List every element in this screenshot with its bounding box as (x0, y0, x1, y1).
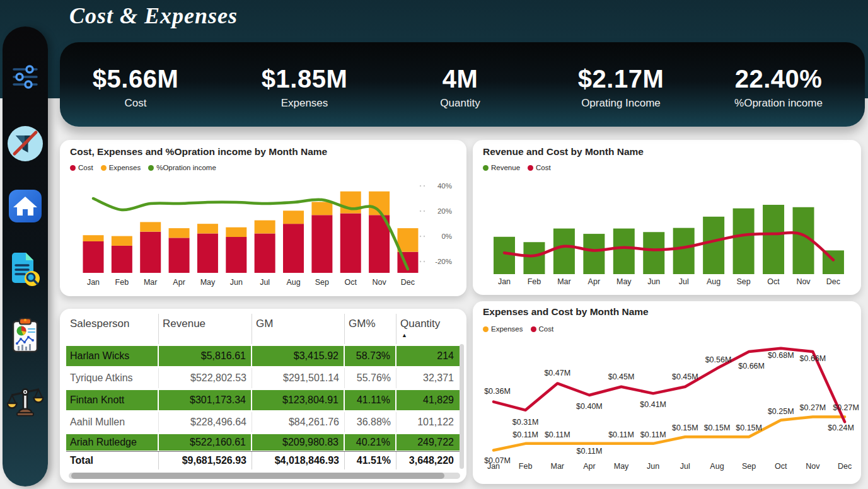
svg-text:$0.15M: $0.15M (672, 423, 698, 432)
cost-expenses-pct-chart-canvas[interactable]: JanFebMarAprMayJunJulAugSepOctNovDec40%2… (60, 140, 466, 296)
svg-text:$0.07M: $0.07M (484, 456, 511, 465)
table-cell: 41.11% (345, 390, 396, 410)
dashboard-page: Cost & Expenses (0, 0, 868, 489)
kpi-expenses[interactable]: $1.85M Expenses (262, 42, 347, 129)
column-header-gm[interactable]: GM% (345, 314, 396, 344)
table-row[interactable]: Tyrique Atkins$522,802.53$291,501.1455.7… (66, 368, 460, 388)
table-cell: Aahil Mullen (66, 412, 159, 432)
table-row[interactable]: Ariah Rutledge$522,160.61$209,980.8340.2… (66, 434, 460, 451)
table-cell: $84,261.76 (252, 412, 345, 432)
table-cell: Ariah Rutledge (66, 434, 159, 451)
svg-text:Aug: Aug (707, 277, 720, 286)
table-row[interactable]: Aahil Mullen$228,496.64$84,261.7636.88%1… (66, 412, 460, 432)
svg-text:$0.27M: $0.27M (833, 403, 859, 412)
svg-text:Mar: Mar (551, 462, 565, 471)
column-header-quantity[interactable]: Quantity▲ (396, 314, 459, 344)
kpi-operating-income-pct[interactable]: 22.40% %Opration income (734, 42, 823, 129)
svg-text:Sep: Sep (736, 277, 750, 286)
svg-text:Nov: Nov (796, 277, 811, 286)
balance-scale-icon[interactable] (7, 381, 43, 417)
kpi-label: Oprating Income (581, 97, 661, 110)
svg-text:$0.24M: $0.24M (828, 423, 854, 432)
svg-text:Dec: Dec (826, 277, 840, 286)
table-cell: Tyrique Atkins (66, 368, 159, 388)
column-header-salesperson[interactable]: Salesperson (66, 314, 159, 344)
revenue-cost-chart-canvas[interactable]: JanFebMarAprMayJunJulAugSepOctNovDec (473, 140, 861, 295)
svg-text:Apr: Apr (173, 278, 185, 287)
table-horizontal-scrollbar-track[interactable] (69, 473, 460, 479)
document-search-icon[interactable] (9, 251, 41, 288)
table-total-cell: Total (66, 452, 159, 469)
home-icon[interactable] (8, 189, 42, 223)
table-row[interactable]: Harlan Wicks$5,816.61$3,415.9258.73%214 (66, 346, 460, 366)
svg-text:$0.36M: $0.36M (484, 387, 511, 396)
svg-text:$0.68M: $0.68M (768, 351, 794, 360)
svg-text:$0.40M: $0.40M (576, 402, 603, 411)
svg-text:Jul: Jul (680, 462, 690, 471)
clipboard-chart-icon[interactable] (11, 318, 40, 354)
sort-ascending-icon: ▲ (400, 332, 455, 338)
kpi-cost[interactable]: $5.66M Cost (93, 42, 178, 129)
table-cell: $5,816.61 (159, 346, 252, 366)
card-revenue-cost-chart: Revenue and Cost by Month Name Revenue C… (473, 140, 861, 295)
table-cell: 249,722 (396, 434, 459, 451)
svg-text:Aug: Aug (710, 462, 724, 471)
svg-text:20%: 20% (437, 207, 452, 215)
column-header-gm[interactable]: GM (252, 314, 345, 344)
svg-text:Jun: Jun (230, 278, 243, 287)
kpi-quantity[interactable]: 4M Quantity (440, 42, 480, 129)
table-row[interactable]: Fintan Knott$301,173.34$123,804.9141.11%… (66, 390, 460, 410)
card-salesperson-table: SalespersonRevenueGMGM%Quantity▲Harlan W… (60, 309, 466, 483)
table-cell: $209,980.83 (252, 434, 345, 451)
svg-text:$0.25M: $0.25M (768, 407, 794, 416)
svg-text:Dec: Dec (838, 462, 852, 471)
svg-text:Jan: Jan (498, 277, 511, 286)
svg-text:$0.11M: $0.11M (577, 447, 603, 456)
svg-text:Sep: Sep (315, 278, 329, 287)
table-total-cell: 3,648,220 (396, 452, 459, 469)
table-cell: 41,829 (396, 390, 459, 410)
svg-text:May: May (616, 277, 632, 286)
svg-text:May: May (200, 278, 216, 287)
expenses-cost-chart-canvas[interactable]: JanFebMarAprMayJunJulAugSepOctNovDec$0.0… (473, 301, 861, 484)
svg-text:May: May (614, 462, 629, 471)
svg-text:$0.27M: $0.27M (800, 403, 826, 412)
svg-text:Feb: Feb (115, 278, 129, 287)
table-cell: $301,173.34 (159, 390, 252, 410)
svg-text:Oct: Oct (775, 462, 787, 471)
table-header-row: SalespersonRevenueGMGM%Quantity▲ (66, 314, 460, 344)
svg-text:0%: 0% (441, 233, 452, 240)
svg-text:Feb: Feb (519, 462, 533, 471)
sliders-icon[interactable] (11, 64, 39, 89)
svg-text:$0.11M: $0.11M (545, 430, 570, 439)
kpi-value: $5.66M (93, 65, 178, 93)
table-cell: 58.73% (345, 346, 396, 366)
svg-text:$0.11M: $0.11M (512, 430, 538, 439)
table-total-row: Total$9,681,526.93$4,018,846.9341.51%3,6… (66, 451, 460, 469)
table-cell: 101,122 (396, 412, 459, 432)
table-horizontal-scrollbar-thumb[interactable] (71, 473, 444, 479)
table-vertical-scrollbar[interactable] (460, 344, 464, 469)
table-total-cell: $4,018,846.93 (252, 452, 345, 469)
filter-off-icon[interactable] (7, 125, 43, 162)
column-header-revenue[interactable]: Revenue (159, 314, 252, 344)
svg-text:$0.31M: $0.31M (512, 418, 539, 427)
svg-text:Oct: Oct (345, 278, 357, 287)
table-cell: $522,160.61 (159, 434, 252, 451)
svg-text:$0.15M: $0.15M (704, 423, 731, 432)
svg-text:$0.56M: $0.56M (705, 355, 732, 364)
svg-text:Feb: Feb (528, 277, 541, 286)
table-total-cell: 41.51% (345, 452, 396, 469)
svg-text:$0.11M: $0.11M (608, 430, 634, 439)
table-cell: 32,371 (396, 368, 459, 388)
svg-text:Jun: Jun (647, 462, 659, 471)
sidebar-nav (3, 26, 48, 486)
svg-text:$0.11M: $0.11M (640, 430, 666, 439)
kpi-operating-income[interactable]: $2.17M Oprating Income (578, 42, 664, 129)
svg-text:$0.66M: $0.66M (738, 362, 765, 371)
table-cell: $522,802.53 (159, 368, 252, 388)
svg-text:Jul: Jul (679, 277, 689, 286)
table-cell: 55.76% (345, 368, 396, 388)
table-cell: 40.21% (345, 434, 396, 451)
svg-text:Mar: Mar (144, 278, 158, 287)
